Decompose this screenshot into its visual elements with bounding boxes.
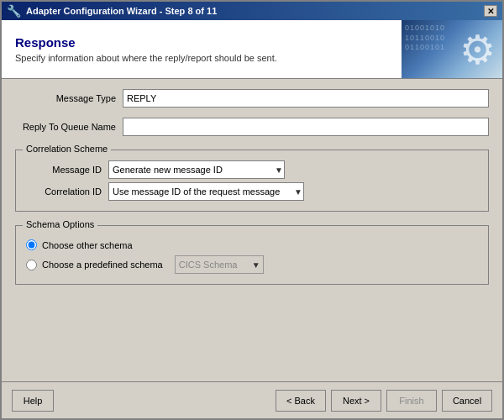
close-button[interactable]: ✕	[484, 5, 497, 17]
radio-choose-other-label[interactable]: Choose other schema	[42, 240, 133, 250]
next-button[interactable]: Next >	[331, 390, 381, 412]
page-subtitle: Specify information about where the repl…	[15, 53, 388, 63]
back-button[interactable]: < Back	[276, 390, 326, 412]
reply-queue-label: Reply To Queue Name	[15, 122, 116, 132]
correlation-id-dropdown[interactable]: Use message ID of the request message Us…	[108, 182, 304, 201]
radio-predefined[interactable]	[26, 260, 37, 270]
schema-options-legend: Schema Options	[23, 219, 97, 229]
message-type-input[interactable]	[123, 89, 489, 108]
footer: Help < Back Next > Finish Cancel	[2, 381, 502, 418]
correlation-id-row: Correlation ID Use message ID of the req…	[26, 182, 478, 201]
main-window: 🔧 Adapter Configuration Wizard - Step 8 …	[0, 0, 504, 420]
correlation-scheme-legend: Correlation Scheme	[23, 144, 111, 154]
window-title: Adapter Configuration Wizard - Step 8 of…	[26, 6, 217, 16]
message-type-label: Message Type	[15, 93, 116, 103]
correlation-scheme-group: Correlation Scheme Message ID Generate n…	[15, 150, 489, 212]
radio-row-2: Choose a predefined schema CICS Schema I…	[26, 255, 478, 274]
correlation-id-label: Correlation ID	[26, 186, 102, 197]
schema-dropdown[interactable]: CICS Schema IMS Schema Custom Schema	[175, 255, 264, 274]
title-bar: 🔧 Adapter Configuration Wizard - Step 8 …	[2, 2, 502, 20]
window-icon: 🔧	[7, 4, 21, 18]
content-area: Message Type Reply To Queue Name Correla…	[2, 79, 502, 381]
radio-choose-other[interactable]	[26, 239, 37, 250]
message-id-label: Message ID	[26, 165, 102, 175]
reply-queue-row: Reply To Queue Name	[15, 118, 489, 136]
reply-queue-input[interactable]	[123, 118, 489, 136]
cancel-button[interactable]: Cancel	[442, 390, 492, 412]
help-button[interactable]: Help	[12, 390, 54, 412]
header-area: Response Specify information about where…	[2, 20, 502, 79]
message-id-dropdown[interactable]: Generate new message ID Use existing mes…	[108, 160, 285, 179]
message-id-row: Message ID Generate new message ID Use e…	[26, 160, 478, 179]
schema-options-group: Schema Options Choose other schema Choos…	[15, 225, 489, 285]
gear-icon: ⚙	[459, 26, 496, 73]
radio-predefined-label[interactable]: Choose a predefined schema	[42, 260, 163, 270]
finish-button[interactable]: Finish	[386, 390, 437, 412]
page-title: Response	[15, 35, 388, 50]
radio-row-1: Choose other schema	[26, 239, 478, 250]
message-type-row: Message Type	[15, 89, 489, 108]
header-image: 010010101011001001100101 ⚙	[402, 20, 502, 78]
